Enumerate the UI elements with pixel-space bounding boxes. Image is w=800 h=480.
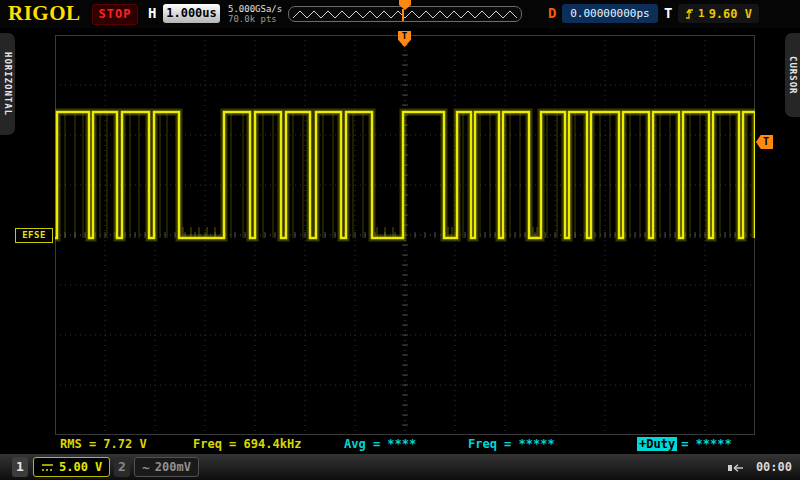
delay-value[interactable]: 0.00000000ps [562, 4, 658, 23]
dc-coupling-icon [41, 463, 54, 472]
sample-rate: 5.000GSa/s [228, 4, 282, 14]
menu-tab-horizontal[interactable]: HORIZONTAL [0, 33, 15, 135]
measurement-avg[interactable]: Avg = **** [344, 437, 416, 451]
status-bar: 1 5.00 V 2 ~ 200mV 00:00 [0, 453, 800, 480]
channel-2-scale: 200mV [155, 460, 191, 474]
measurement-rms[interactable]: RMS = 7.72 V [60, 437, 147, 451]
usb-icon [728, 463, 744, 473]
graticule-waveform-display [55, 35, 755, 435]
memory-depth: 70.0k pts [228, 14, 282, 24]
run-state-indicator[interactable]: STOP [92, 4, 138, 25]
channel-1-scale: 5.00 V [59, 460, 102, 474]
channel-1-settings[interactable]: 5.00 V [33, 457, 110, 477]
measurement-duty-label: +Duty [637, 437, 677, 451]
channel-2-number[interactable]: 2 [114, 457, 130, 477]
menu-tab-cursor[interactable]: CURSOR [785, 33, 800, 117]
trigger-level-marker-label: T [763, 136, 769, 147]
channel-1-number[interactable]: 1 [12, 457, 28, 477]
measurement-duty-value: = ***** [681, 437, 732, 451]
timebase-display[interactable]: 1.000us [163, 4, 220, 23]
trigger-level-marker[interactable]: T [756, 135, 773, 149]
delay-label: D [548, 5, 556, 21]
header-bar: RIGOL STOP H 1.000us 5.000GSa/s 70.0k pt… [0, 0, 800, 28]
rigol-logo: RIGOL [8, 1, 81, 26]
memory-waveform-icon [289, 8, 521, 22]
trigger-source: 1 [698, 7, 705, 20]
ac-coupling-icon: ~ [142, 460, 150, 475]
trigger-label: T [664, 5, 672, 21]
clock: 00:00 [756, 460, 792, 474]
channel-1-waveform-label[interactable]: EFSE [15, 228, 53, 243]
acquisition-info: 5.000GSa/s 70.0k pts [228, 4, 282, 24]
trigger-info[interactable]: 1 9.60 V [678, 4, 759, 23]
rising-edge-icon [685, 7, 694, 20]
channel-2-settings[interactable]: ~ 200mV [134, 457, 199, 477]
horizontal-label: H [148, 5, 156, 21]
trigger-level: 9.60 V [709, 7, 752, 21]
measurement-freq-2[interactable]: Freq = ***** [468, 437, 555, 451]
measurement-freq-1[interactable]: Freq = 694.4kHz [193, 437, 301, 451]
trigger-position-marker-label: T [402, 31, 407, 41]
measurement-duty[interactable]: +Duty= ***** [637, 437, 732, 451]
oscilloscope-screen: RIGOL STOP H 1.000us 5.000GSa/s 70.0k pt… [0, 0, 800, 480]
